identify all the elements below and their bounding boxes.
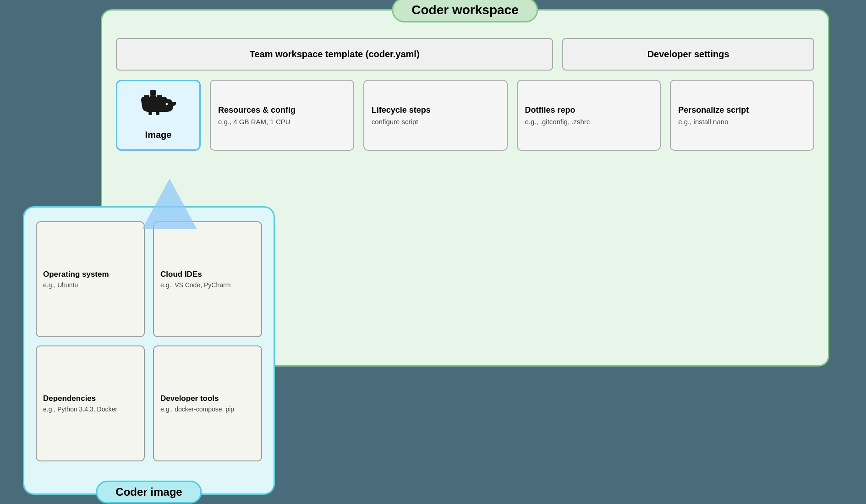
resource-card-1: Lifecycle steps configure script (363, 80, 508, 151)
resource-card-3-sub: e.g., install nano (678, 118, 806, 126)
template-box: Team workspace template (coder.yaml) (116, 38, 553, 71)
image-grid: Operating system e.g., Ubuntu Cloud IDEs… (36, 221, 262, 461)
workspace-title: Coder workspace (392, 0, 538, 22)
coder-image-container: Operating system e.g., Ubuntu Cloud IDEs… (23, 206, 275, 495)
svg-point-11 (167, 104, 168, 104)
svg-rect-7 (150, 90, 156, 95)
resource-card-3-title: Personalize script (678, 105, 806, 115)
resource-card-2: Dotfiles repo e.g., .gitconfig, .zshrc (517, 80, 661, 151)
image-card-2: Dependencies e.g., Python 3.4.3, Docker (36, 345, 145, 461)
image-card-3-title: Developer tools (160, 394, 255, 403)
svg-rect-8 (148, 112, 152, 115)
image-card-1: Cloud IDEs e.g., VS Code, PyCharm (153, 221, 262, 337)
image-card-1-title: Cloud IDEs (160, 270, 255, 279)
image-card-2-sub: e.g., Python 3.4.3, Docker (43, 405, 137, 413)
resource-card-2-sub: e.g., .gitconfig, .zshrc (525, 118, 653, 126)
arrow-connector (142, 179, 197, 229)
workspace-top-row: Team workspace template (coder.yaml) Dev… (116, 38, 814, 71)
coder-image-title: Coder image (96, 481, 202, 504)
resource-card-1-title: Lifecycle steps (372, 105, 499, 115)
image-card-0-sub: e.g., Ubuntu (43, 281, 137, 289)
resource-card-0: Resources & config e.g., 4 GB RAM, 1 CPU (210, 80, 354, 151)
resource-card-2-title: Dotfiles repo (525, 105, 653, 115)
workspace-bottom-row: Image Resources & config e.g., 4 GB RAM,… (116, 80, 814, 151)
developer-settings-box: Developer settings (562, 38, 814, 71)
resource-card-0-sub: e.g., 4 GB RAM, 1 CPU (218, 118, 346, 126)
image-card-2-title: Dependencies (43, 394, 137, 403)
image-box: Image (116, 80, 201, 151)
image-card-3: Developer tools e.g., docker-compose, pi… (153, 345, 262, 461)
image-card-1-sub: e.g., VS Code, PyCharm (160, 281, 255, 289)
image-card-0: Operating system e.g., Ubuntu (36, 221, 145, 337)
image-card-3-sub: e.g., docker-compose, pip (160, 405, 255, 413)
image-card-0-title: Operating system (43, 270, 137, 279)
svg-rect-9 (156, 112, 159, 115)
resource-card-1-sub: configure script (372, 118, 499, 126)
resource-card-0-title: Resources & config (218, 105, 346, 115)
docker-icon (140, 90, 177, 124)
image-label: Image (145, 130, 172, 140)
resource-card-3: Personalize script e.g., install nano (670, 80, 814, 151)
